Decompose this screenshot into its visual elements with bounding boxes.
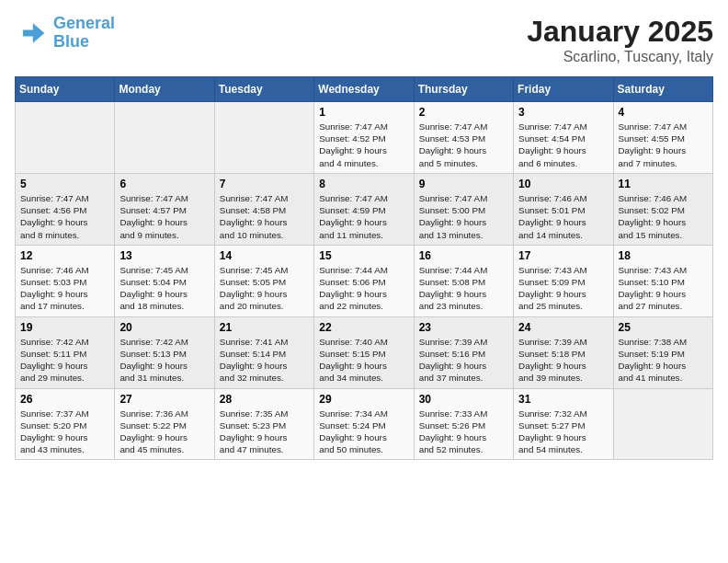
day-number: 3 — [518, 106, 608, 119]
day-number: 25 — [619, 321, 708, 334]
day-info: Sunrise: 7:45 AM Sunset: 5:04 PM Dayligh… — [119, 264, 209, 313]
weekday-header-monday: Monday — [115, 77, 214, 102]
day-info: Sunrise: 7:43 AM Sunset: 5:10 PM Dayligh… — [619, 264, 708, 313]
page-header: General Blue January 2025 Scarlino, Tusc… — [15, 15, 713, 65]
calendar-cell: 13Sunrise: 7:45 AM Sunset: 5:04 PM Dayli… — [115, 245, 214, 316]
calendar-subtitle: Scarlino, Tuscany, Italy — [527, 49, 713, 65]
day-info: Sunrise: 7:32 AM Sunset: 5:27 PM Dayligh… — [518, 408, 608, 456]
day-info: Sunrise: 7:47 AM Sunset: 5:00 PM Dayligh… — [419, 192, 508, 241]
calendar-cell — [16, 102, 115, 174]
calendar-cell: 24Sunrise: 7:39 AM Sunset: 5:18 PM Dayli… — [514, 316, 613, 388]
calendar-cell: 20Sunrise: 7:42 AM Sunset: 5:13 PM Dayli… — [115, 316, 214, 388]
calendar-cell — [115, 102, 214, 174]
calendar-cell: 22Sunrise: 7:40 AM Sunset: 5:15 PM Dayli… — [314, 316, 414, 388]
day-number: 27 — [119, 393, 209, 406]
day-number: 7 — [220, 178, 309, 190]
day-info: Sunrise: 7:40 AM Sunset: 5:15 PM Dayligh… — [319, 336, 408, 385]
calendar-cell: 9Sunrise: 7:47 AM Sunset: 5:00 PM Daylig… — [414, 173, 513, 245]
day-info: Sunrise: 7:47 AM Sunset: 4:55 PM Dayligh… — [619, 121, 708, 169]
calendar-cell: 12Sunrise: 7:46 AM Sunset: 5:03 PM Dayli… — [16, 245, 115, 316]
logo-line2: Blue — [53, 32, 89, 51]
day-info: Sunrise: 7:42 AM Sunset: 5:13 PM Dayligh… — [119, 336, 209, 385]
weekday-header-wednesday: Wednesday — [314, 77, 414, 102]
day-info: Sunrise: 7:46 AM Sunset: 5:02 PM Dayligh… — [619, 192, 708, 241]
day-number: 26 — [20, 393, 109, 406]
calendar-cell: 5Sunrise: 7:47 AM Sunset: 4:56 PM Daylig… — [16, 173, 115, 245]
calendar-cell: 26Sunrise: 7:37 AM Sunset: 5:20 PM Dayli… — [16, 388, 115, 460]
calendar-cell: 14Sunrise: 7:45 AM Sunset: 5:05 PM Dayli… — [214, 245, 313, 316]
logo: General Blue — [15, 15, 115, 52]
calendar-cell — [214, 102, 313, 174]
weekday-header-friday: Friday — [514, 77, 613, 102]
day-number: 24 — [518, 321, 608, 334]
calendar-week-row: 1Sunrise: 7:47 AM Sunset: 4:52 PM Daylig… — [16, 102, 713, 174]
day-number: 15 — [319, 249, 408, 262]
day-info: Sunrise: 7:39 AM Sunset: 5:18 PM Dayligh… — [518, 336, 608, 385]
day-number: 5 — [20, 178, 109, 190]
calendar-cell: 2Sunrise: 7:47 AM Sunset: 4:53 PM Daylig… — [414, 102, 513, 174]
day-info: Sunrise: 7:46 AM Sunset: 5:01 PM Dayligh… — [518, 192, 608, 241]
calendar-cell: 10Sunrise: 7:46 AM Sunset: 5:01 PM Dayli… — [514, 173, 613, 245]
day-number: 12 — [20, 249, 109, 262]
day-info: Sunrise: 7:34 AM Sunset: 5:24 PM Dayligh… — [319, 408, 408, 456]
day-number: 14 — [220, 249, 309, 262]
day-number: 21 — [220, 321, 309, 334]
calendar-cell: 4Sunrise: 7:47 AM Sunset: 4:55 PM Daylig… — [613, 102, 712, 174]
calendar-cell: 7Sunrise: 7:47 AM Sunset: 4:58 PM Daylig… — [214, 173, 313, 245]
weekday-header-row: SundayMondayTuesdayWednesdayThursdayFrid… — [16, 77, 713, 102]
day-info: Sunrise: 7:37 AM Sunset: 5:20 PM Dayligh… — [20, 408, 109, 456]
day-number: 4 — [619, 106, 708, 119]
day-number: 17 — [518, 249, 608, 262]
calendar-cell: 6Sunrise: 7:47 AM Sunset: 4:57 PM Daylig… — [115, 173, 214, 245]
day-info: Sunrise: 7:35 AM Sunset: 5:23 PM Dayligh… — [220, 408, 309, 456]
day-number: 2 — [419, 106, 508, 119]
day-number: 30 — [419, 393, 508, 406]
calendar-cell: 21Sunrise: 7:41 AM Sunset: 5:14 PM Dayli… — [214, 316, 313, 388]
day-info: Sunrise: 7:33 AM Sunset: 5:26 PM Dayligh… — [419, 408, 508, 456]
day-number: 23 — [419, 321, 508, 334]
calendar-cell: 19Sunrise: 7:42 AM Sunset: 5:11 PM Dayli… — [16, 316, 115, 388]
calendar-cell: 18Sunrise: 7:43 AM Sunset: 5:10 PM Dayli… — [613, 245, 712, 316]
day-number: 1 — [319, 106, 408, 119]
logo-text: General Blue — [53, 15, 115, 52]
calendar-cell: 31Sunrise: 7:32 AM Sunset: 5:27 PM Dayli… — [514, 388, 613, 460]
day-info: Sunrise: 7:44 AM Sunset: 5:08 PM Dayligh… — [419, 264, 508, 313]
calendar-cell: 3Sunrise: 7:47 AM Sunset: 4:54 PM Daylig… — [514, 102, 613, 174]
day-info: Sunrise: 7:43 AM Sunset: 5:09 PM Dayligh… — [518, 264, 608, 313]
weekday-header-sunday: Sunday — [16, 77, 115, 102]
calendar-cell: 30Sunrise: 7:33 AM Sunset: 5:26 PM Dayli… — [414, 388, 513, 460]
day-info: Sunrise: 7:47 AM Sunset: 4:59 PM Dayligh… — [319, 192, 408, 241]
calendar-week-row: 19Sunrise: 7:42 AM Sunset: 5:11 PM Dayli… — [16, 316, 713, 388]
day-number: 9 — [419, 178, 508, 190]
day-info: Sunrise: 7:46 AM Sunset: 5:03 PM Dayligh… — [20, 264, 109, 313]
day-info: Sunrise: 7:47 AM Sunset: 4:57 PM Dayligh… — [119, 192, 209, 241]
weekday-header-saturday: Saturday — [613, 77, 712, 102]
calendar-week-row: 5Sunrise: 7:47 AM Sunset: 4:56 PM Daylig… — [16, 173, 713, 245]
day-info: Sunrise: 7:44 AM Sunset: 5:06 PM Dayligh… — [319, 264, 408, 313]
day-number: 20 — [119, 321, 209, 334]
day-number: 11 — [619, 178, 708, 190]
day-number: 8 — [319, 178, 408, 190]
calendar-week-row: 12Sunrise: 7:46 AM Sunset: 5:03 PM Dayli… — [16, 245, 713, 316]
day-info: Sunrise: 7:47 AM Sunset: 4:52 PM Dayligh… — [319, 121, 408, 169]
weekday-header-thursday: Thursday — [414, 77, 513, 102]
calendar-cell: 16Sunrise: 7:44 AM Sunset: 5:08 PM Dayli… — [414, 245, 513, 316]
calendar-cell: 1Sunrise: 7:47 AM Sunset: 4:52 PM Daylig… — [314, 102, 414, 174]
day-number: 22 — [319, 321, 408, 334]
calendar-cell: 23Sunrise: 7:39 AM Sunset: 5:16 PM Dayli… — [414, 316, 513, 388]
title-area: January 2025 Scarlino, Tuscany, Italy — [527, 15, 713, 65]
day-info: Sunrise: 7:39 AM Sunset: 5:16 PM Dayligh… — [419, 336, 508, 385]
day-info: Sunrise: 7:36 AM Sunset: 5:22 PM Dayligh… — [119, 408, 209, 456]
day-info: Sunrise: 7:47 AM Sunset: 4:54 PM Dayligh… — [518, 121, 608, 169]
day-info: Sunrise: 7:47 AM Sunset: 4:56 PM Dayligh… — [20, 192, 109, 241]
calendar-cell: 29Sunrise: 7:34 AM Sunset: 5:24 PM Dayli… — [314, 388, 414, 460]
logo-icon — [15, 17, 48, 50]
day-info: Sunrise: 7:47 AM Sunset: 4:58 PM Dayligh… — [220, 192, 309, 241]
day-number: 6 — [119, 178, 209, 190]
day-info: Sunrise: 7:47 AM Sunset: 4:53 PM Dayligh… — [419, 121, 508, 169]
calendar-cell — [613, 388, 712, 460]
calendar-table: SundayMondayTuesdayWednesdayThursdayFrid… — [15, 76, 713, 460]
calendar-cell: 8Sunrise: 7:47 AM Sunset: 4:59 PM Daylig… — [314, 173, 414, 245]
day-number: 18 — [619, 249, 708, 262]
day-info: Sunrise: 7:41 AM Sunset: 5:14 PM Dayligh… — [220, 336, 309, 385]
